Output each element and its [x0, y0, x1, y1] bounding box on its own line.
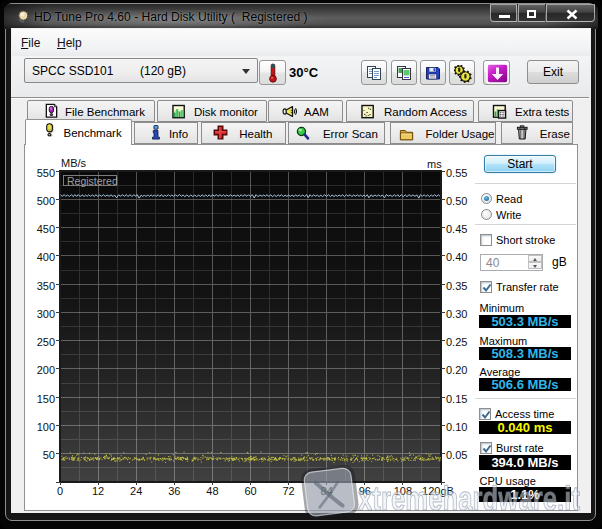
svg-text:xtremehardware.it: xtremehardware.it [358, 480, 580, 518]
